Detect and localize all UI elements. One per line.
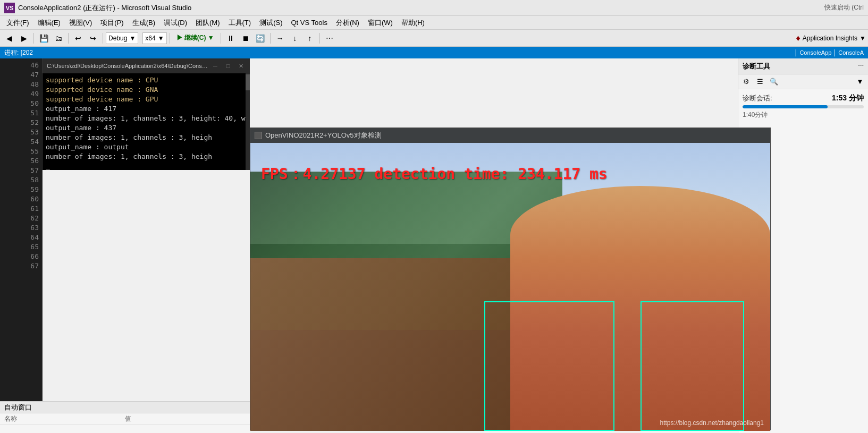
photo-person2	[250, 258, 510, 431]
console-line-2: supported device name : GNA	[46, 85, 247, 95]
menu-team[interactable]: 团队(M)	[191, 17, 224, 29]
window-title: ConsoleApplication2 (正在运行) - Microsoft V…	[18, 3, 191, 13]
console-window: C:\Users\zdl\Desktop\ConsoleApplication2…	[43, 58, 250, 170]
zoom-level: │ ConsoleApp │ ConsoleA	[794, 49, 864, 56]
menu-debug[interactable]: 调试(D)	[159, 17, 191, 29]
back-btn[interactable]: ◀	[2, 31, 16, 45]
console-line-7: number of images: 1, channels : 3, heigh	[46, 133, 247, 142]
menu-test[interactable]: 测试(S)	[255, 17, 286, 29]
vs-logo: VS	[4, 3, 15, 13]
menu-build[interactable]: 生成(B)	[128, 17, 159, 29]
console-line-9: number of images: 1, channels : 3, heigh	[46, 152, 247, 162]
detection-titlebar: OpenVINO2021R2+YOLOv5对象检测	[250, 128, 770, 143]
auto-col-value: 值	[125, 414, 246, 423]
config-dropdown[interactable]: Debug ▼	[106, 32, 138, 44]
session-row: 诊断会话: 1:53 分钟	[743, 94, 864, 103]
session-sub: 1:40分钟	[743, 111, 864, 120]
sep7	[319, 33, 320, 44]
console-line-5: number of images: 1, channels : 3, heigh…	[46, 114, 247, 123]
menu-file[interactable]: 文件(F)	[2, 17, 33, 29]
diagnostics-drag: ⋯	[858, 63, 864, 70]
restart-btn[interactable]: 🔄	[254, 31, 267, 45]
step-out-btn[interactable]: ↑	[303, 31, 317, 45]
sep1	[33, 33, 34, 44]
diag-search-btn[interactable]: 🔍	[768, 76, 780, 88]
progress-bar: 进程: [202 │ ConsoleApp │ ConsoleA	[0, 47, 868, 58]
menu-tools[interactable]: 工具(T)	[224, 17, 256, 29]
redo-btn[interactable]: ↪	[86, 31, 100, 45]
menu-help[interactable]: 帮助(H)	[397, 17, 429, 29]
code-panel: 46 47 48 49 50 51 52 53 54 55 56 57 58 5…	[0, 58, 43, 433]
detection-win-icon	[255, 132, 262, 139]
session-time: 1:53 分钟	[832, 94, 864, 103]
save-all-btn[interactable]: 🗂	[52, 31, 65, 45]
console-maximize-btn[interactable]: □	[223, 61, 233, 71]
auto-columns: 名称 值	[0, 413, 250, 425]
app-insights-toolbar[interactable]: ♦ Application Insights ▼	[796, 33, 866, 43]
stop-btn[interactable]: ⏹	[239, 31, 252, 45]
detection-box-1	[484, 301, 614, 431]
step-into-btn[interactable]: ↓	[288, 31, 302, 45]
auto-col-name: 名称	[4, 414, 125, 423]
console-cursor-line: _	[46, 162, 247, 170]
app-insights-icon: ♦	[796, 33, 800, 43]
watermark: https://blog.csdn.net/zhangdaoliang1	[660, 419, 764, 427]
console-titlebar: C:\Users\zdl\Desktop\ConsoleApplication2…	[43, 58, 250, 73]
title-bar: VS ConsoleApplication2 (正在运行) - Microsof…	[0, 0, 868, 16]
session-bar-fill	[743, 105, 828, 108]
console-line-3: supported device name : GPU	[46, 95, 247, 104]
menu-window[interactable]: 窗口(W)	[364, 17, 397, 29]
console-line-8: output_name : output	[46, 142, 247, 152]
diagnostics-toolbar: ⚙ ☰ 🔍 ▼	[738, 74, 868, 89]
diag-dropdown-btn[interactable]: ▼	[854, 76, 866, 88]
sep4	[170, 33, 170, 44]
progress-text: 进程: [202	[4, 48, 33, 57]
session-info: 诊断会话: 1:53 分钟 1:40分钟	[738, 89, 868, 124]
console-scrollbar[interactable]	[246, 73, 250, 170]
pause-btn[interactable]: ⏸	[224, 31, 238, 45]
detection-box-2	[641, 301, 745, 431]
auto-title-text: 自动窗口	[4, 403, 32, 412]
detection-title: OpenVINO2021R2+YOLOv5对象检测	[265, 131, 382, 140]
auto-title: 自动窗口	[0, 402, 250, 413]
console-title: C:\Users\zdl\Desktop\ConsoleApplication2…	[47, 63, 210, 69]
toolbar-right: ♦ Application Insights ▼	[796, 33, 866, 43]
sep3	[103, 33, 103, 44]
line-numbers: 46 47 48 49 50 51 52 53 54 55 56 57 58 5…	[0, 58, 42, 273]
menu-view[interactable]: 视图(V)	[65, 17, 96, 29]
console-line-6: output_name : 437	[46, 123, 247, 133]
console-line-1: supported device name : CPU	[46, 75, 247, 85]
sep2	[68, 33, 69, 44]
console-close-btn[interactable]: ✕	[236, 61, 246, 71]
auto-window: 自动窗口 名称 值	[0, 401, 250, 433]
diag-filter-btn[interactable]: ☰	[754, 76, 766, 88]
diag-settings-btn[interactable]: ⚙	[740, 76, 752, 88]
fps-text: FPS：4.27137 detection time: 234.117 ms	[261, 164, 608, 184]
console-scroll-thumb[interactable]	[246, 74, 250, 90]
menu-bar: 文件(F) 编辑(E) 视图(V) 项目(P) 生成(B) 调试(D) 团队(M…	[0, 16, 868, 30]
console-line-4: output_name : 417	[46, 104, 247, 114]
undo-btn[interactable]: ↩	[71, 31, 85, 45]
sep5	[221, 33, 221, 44]
continue-btn[interactable]: ▶ 继续(C) ▼	[173, 31, 218, 45]
menu-project[interactable]: 项目(P)	[96, 17, 128, 29]
save-btn[interactable]: 💾	[37, 31, 50, 45]
console-output: supported device name : CPU supported de…	[43, 73, 250, 170]
console-win-btns: ─ □ ✕	[210, 61, 246, 71]
quick-launch[interactable]: 快速启动 (Ctrl	[824, 3, 864, 12]
menu-qtvs[interactable]: Qt VS Tools	[286, 18, 331, 28]
diagnostics-header: 诊断工具 ⋯	[738, 58, 868, 74]
more-btn[interactable]: ⋯	[323, 31, 336, 45]
step-over-btn[interactable]: →	[273, 31, 287, 45]
menu-analyze[interactable]: 分析(N)	[332, 17, 364, 29]
console-minimize-btn[interactable]: ─	[210, 61, 220, 71]
sep6	[270, 33, 271, 44]
menu-edit[interactable]: 编辑(E)	[33, 17, 65, 29]
diagnostics-title: 诊断工具	[743, 62, 770, 71]
session-label: 诊断会话:	[743, 94, 772, 103]
platform-dropdown[interactable]: x64 ▼	[142, 32, 166, 44]
forward-btn[interactable]: ▶	[17, 31, 31, 45]
session-bar-container	[743, 105, 864, 108]
toolbar: ◀ ▶ 💾 🗂 ↩ ↪ Debug ▼ x64 ▼ ▶ 继续(C) ▼ ⏸ ⏹ …	[0, 30, 868, 47]
main-content: 46 47 48 49 50 51 52 53 54 55 56 57 58 5…	[0, 58, 868, 433]
